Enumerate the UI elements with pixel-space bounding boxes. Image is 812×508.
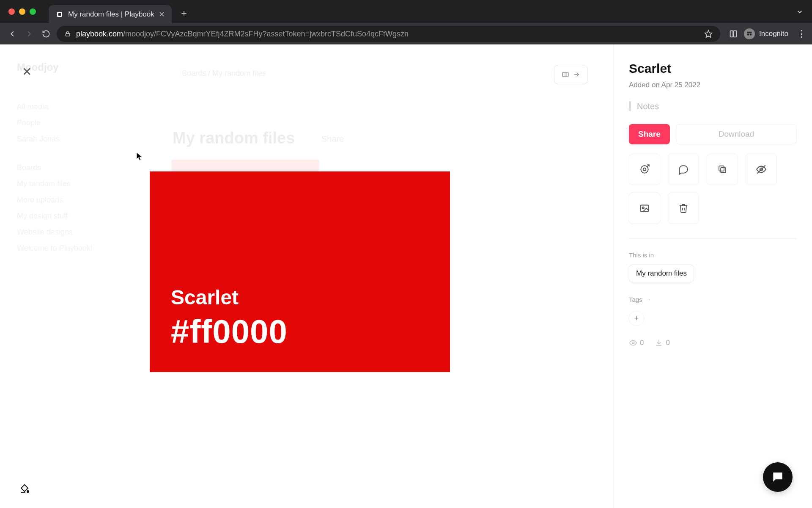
window-titlebar: My random files | Playbook ✕ ＋	[0, 0, 812, 23]
downloads-stat: 0	[655, 339, 669, 347]
copy-action-button[interactable]	[707, 154, 738, 185]
notes-field[interactable]: Notes	[629, 101, 797, 111]
svg-marker-3	[705, 30, 712, 38]
comment-action-button[interactable]	[668, 154, 699, 185]
asset-added-date: Added on Apr 25 2022	[629, 81, 797, 89]
bg-main-title: My random files	[173, 129, 295, 147]
forward-button[interactable]	[23, 29, 36, 39]
tab-title: My random files | Playbook	[68, 10, 154, 19]
incognito-indicator[interactable]: Incognito	[744, 28, 788, 39]
target-icon	[639, 164, 650, 175]
action-icon-grid	[629, 154, 797, 224]
svg-point-6	[747, 33, 749, 36]
new-tab-button[interactable]: ＋	[179, 7, 189, 19]
svg-point-11	[641, 166, 648, 173]
delete-button[interactable]	[668, 193, 699, 224]
svg-rect-15	[719, 166, 724, 171]
divider	[629, 238, 797, 239]
close-window-button[interactable]	[8, 8, 15, 15]
address-bar[interactable]: playbook.com/moodjoy/FCVyAzcBqmrYEfj4ZRM…	[57, 26, 720, 42]
primary-action-row: Share Download	[629, 124, 797, 144]
chat-fab-button[interactable]	[763, 462, 793, 492]
trash-icon	[678, 203, 689, 214]
svg-rect-14	[721, 168, 726, 173]
svg-rect-5	[734, 31, 736, 37]
svg-point-12	[643, 168, 646, 171]
svg-rect-1	[58, 13, 61, 16]
comment-icon	[678, 164, 689, 175]
tab-favicon-icon	[55, 10, 64, 19]
svg-point-20	[632, 342, 634, 344]
close-overlay-button[interactable]: ✕	[22, 65, 32, 79]
this-is-in-label: This is in	[629, 251, 797, 259]
tab-close-icon[interactable]: ✕	[159, 10, 165, 19]
fill-tool-button[interactable]	[19, 483, 30, 494]
bookmark-star-icon[interactable]	[704, 30, 713, 38]
swatch-name: Scarlet	[171, 286, 429, 309]
hide-icon	[755, 164, 767, 175]
mouse-cursor-icon	[136, 152, 143, 161]
color-preview-card: Scarlet #ff0000	[150, 171, 450, 372]
eye-icon	[629, 339, 637, 347]
browser-chrome: My random files | Playbook ✕ ＋ playbook.…	[0, 0, 812, 44]
url-text: playbook.com/moodjoy/FCVyAzcBqmrYEfj4ZRM…	[76, 30, 409, 39]
asset-detail-panel: Scarlet Added on Apr 25 2022 Notes Share…	[613, 44, 812, 508]
download-button[interactable]: Download	[676, 124, 797, 144]
notes-cursor-icon	[629, 101, 631, 111]
reload-button[interactable]	[40, 30, 52, 38]
stats-row: 0 0	[629, 339, 797, 347]
back-button[interactable]	[6, 29, 19, 39]
browser-menu-icon[interactable]: ⋮	[797, 28, 806, 39]
copy-icon	[717, 164, 727, 175]
plus-icon: +	[634, 314, 639, 323]
chat-bubble-icon	[771, 470, 785, 484]
panel-toggle-button[interactable]	[554, 65, 588, 84]
parent-folder-link[interactable]: My random files	[629, 265, 694, 282]
views-stat: 0	[629, 339, 644, 347]
svg-rect-4	[730, 31, 733, 37]
notes-label: Notes	[637, 102, 659, 111]
maximize-window-button[interactable]	[30, 8, 36, 15]
window-controls	[8, 8, 36, 15]
share-button[interactable]: Share	[629, 124, 670, 144]
views-count: 0	[640, 339, 644, 347]
page-content: Moodjoy All media People Sarah Jonas Boa…	[0, 44, 812, 508]
asset-title: Scarlet	[629, 61, 797, 76]
incognito-label: Incognito	[759, 30, 788, 38]
downloads-count: 0	[666, 339, 669, 347]
download-icon	[655, 339, 663, 347]
browser-tab[interactable]: My random files | Playbook ✕	[49, 5, 172, 23]
add-tag-button[interactable]: +	[629, 311, 644, 326]
svg-rect-2	[66, 33, 69, 36]
tags-header: Tags ·	[629, 295, 797, 304]
swatch-hex: #ff0000	[171, 312, 429, 351]
svg-point-7	[750, 33, 752, 36]
incognito-icon	[744, 28, 755, 39]
lock-icon	[64, 30, 71, 37]
toolbar-right: Incognito ⋮	[729, 28, 806, 39]
arrow-right-icon	[573, 71, 580, 78]
bg-share-label: Share	[321, 134, 344, 144]
extensions-icon[interactable]	[729, 29, 738, 39]
replace-image-button[interactable]	[629, 193, 660, 224]
sidebar-icon	[562, 71, 569, 78]
target-action-button[interactable]	[629, 154, 660, 185]
svg-rect-8	[562, 72, 568, 77]
tags-separator-icon: ·	[648, 295, 650, 304]
minimize-window-button[interactable]	[19, 8, 25, 15]
svg-point-19	[642, 207, 644, 209]
tab-overflow-icon[interactable]	[796, 8, 804, 16]
paint-bucket-icon	[19, 483, 30, 494]
bg-breadcrumb: Boards / My random files	[182, 69, 266, 78]
browser-toolbar: playbook.com/moodjoy/FCVyAzcBqmrYEfj4ZRM…	[0, 23, 812, 44]
hide-action-button[interactable]	[746, 154, 777, 185]
tags-label: Tags	[629, 296, 642, 303]
image-icon	[639, 203, 650, 214]
